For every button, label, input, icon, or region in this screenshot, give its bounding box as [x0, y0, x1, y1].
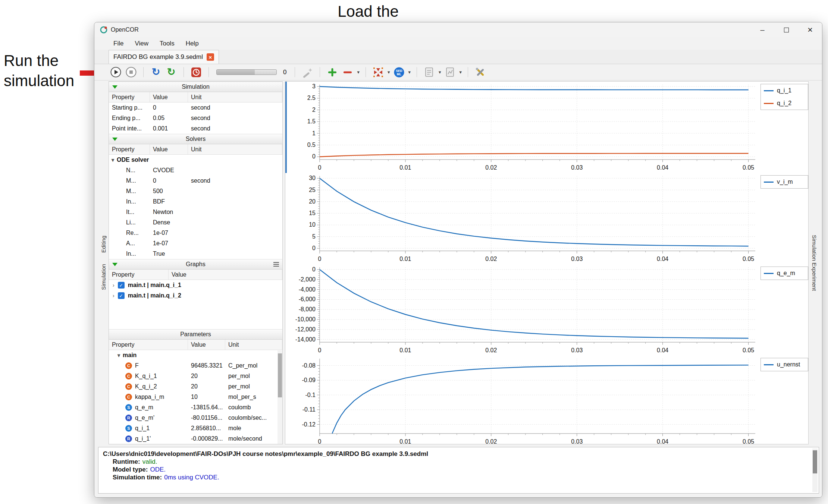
- parameter-row[interactable]: C kappa_i_m 10 mol_per_s: [109, 392, 282, 402]
- value-cell[interactable]: BDF: [150, 196, 188, 207]
- parameters-scrollbar[interactable]: [277, 350, 282, 444]
- solver-row[interactable]: N... CVODE: [109, 165, 282, 176]
- value-cell[interactable]: 0.05: [150, 113, 188, 123]
- menu-view[interactable]: View: [129, 38, 154, 49]
- value-cell[interactable]: 1e-07: [150, 228, 188, 238]
- graph-checkbox[interactable]: ✓: [118, 282, 125, 289]
- solver-row[interactable]: It... Newton: [109, 207, 282, 217]
- graph-panel-settings-caret-icon[interactable]: ▾: [439, 69, 441, 75]
- graph-checkbox[interactable]: ✓: [118, 292, 125, 299]
- unit-cell: second: [188, 113, 282, 123]
- legend-entry: u_nernst: [761, 358, 808, 371]
- graph-panel-settings-button[interactable]: [423, 66, 436, 79]
- delay-slider[interactable]: [216, 69, 277, 75]
- simulation-row[interactable]: Point inte... 0.001 second: [109, 123, 282, 134]
- output-scrollbar[interactable]: [812, 448, 818, 492]
- titlebar[interactable]: OpenCOR – ×: [94, 22, 822, 37]
- chart-plot-q_i[interactable]: 00.010.020.030.040.0500.511.522.53: [285, 82, 759, 173]
- close-button[interactable]: ×: [798, 22, 822, 37]
- solver-row[interactable]: Re... 1e-07: [109, 228, 282, 238]
- graphs-menu-icon[interactable]: [273, 262, 279, 267]
- svg-text:0: 0: [312, 153, 316, 160]
- simulation-row[interactable]: Ending p... 0.05 second: [109, 113, 282, 123]
- simulation-time-value: 0ms using CVODE.: [164, 474, 219, 481]
- add-graph-panel-button[interactable]: [326, 66, 339, 79]
- collapse-triangle-icon[interactable]: [112, 138, 117, 141]
- mode-tab-simulation[interactable]: Simulation: [100, 264, 107, 290]
- property-cell: In...: [109, 249, 150, 259]
- stop-simulation-button[interactable]: [125, 66, 137, 79]
- chevron-right-icon[interactable]: ›: [113, 293, 115, 299]
- value-cell[interactable]: Dense: [150, 217, 188, 228]
- chart-plot-u_nernst[interactable]: 00.010.020.030.040.05-0.08-0.09-0.1-0.11…: [285, 356, 759, 447]
- value-cell[interactable]: 0: [150, 103, 188, 113]
- sedml-export-caret-icon[interactable]: ▾: [408, 69, 411, 75]
- menu-help[interactable]: Help: [180, 38, 204, 49]
- value-cell[interactable]: 0: [150, 176, 188, 186]
- value-cell[interactable]: True: [150, 249, 188, 259]
- solver-row[interactable]: Li... Dense: [109, 217, 282, 228]
- main-component-group-row[interactable]: ▾ main: [109, 350, 282, 360]
- run-simulation-button[interactable]: [109, 66, 122, 79]
- reset-model-parameters-button[interactable]: ↻: [150, 66, 162, 79]
- solvers-section-header[interactable]: Solvers: [109, 134, 282, 144]
- sedml-export-button[interactable]: SED ML: [393, 66, 405, 79]
- load-cellml-model-button[interactable]: [372, 66, 385, 79]
- output-scrollbar-thumb[interactable]: [813, 450, 817, 473]
- svg-text:0.01: 0.01: [399, 347, 411, 353]
- collapse-triangle-icon[interactable]: [112, 263, 117, 266]
- development-mode-button[interactable]: [301, 66, 314, 79]
- tab-close-icon[interactable]: ×: [207, 53, 214, 61]
- file-tab[interactable]: FAIRDO BG example 3.9.sedml ×: [109, 50, 219, 64]
- menu-file[interactable]: File: [108, 38, 129, 49]
- reset-state-parameters-button[interactable]: ↻: [165, 66, 178, 79]
- parameter-row[interactable]: S q_e_m -13815.64... coulomb: [109, 402, 282, 413]
- simulation-section-header[interactable]: Simulation: [109, 82, 282, 92]
- load-cellml-model-caret-icon[interactable]: ▾: [388, 69, 390, 75]
- simulation-row[interactable]: Starting p... 0 second: [109, 103, 282, 113]
- value-cell[interactable]: 500: [150, 186, 188, 196]
- chevron-down-icon[interactable]: ▾: [117, 352, 120, 358]
- mode-tab-editing[interactable]: Editing: [100, 236, 107, 253]
- graph-row[interactable]: › ✓ main.t | main.q_i_1: [109, 280, 282, 290]
- view-tab-simulation-experiment[interactable]: Simulation Experiment: [811, 235, 818, 291]
- graph-row[interactable]: › ✓ main.t | main.q_i_2: [109, 290, 282, 301]
- solver-row[interactable]: In... True: [109, 249, 282, 259]
- remove-graph-panel-button[interactable]: [341, 66, 354, 79]
- solver-row[interactable]: M... 0 second: [109, 176, 282, 186]
- stop-icon: [125, 66, 137, 78]
- value-cell[interactable]: Newton: [150, 207, 188, 217]
- remove-graph-panel-caret-icon[interactable]: ▾: [357, 69, 360, 75]
- parameter-row[interactable]: C K_q_i_1 20 per_mol: [109, 371, 282, 381]
- menu-tools[interactable]: Tools: [154, 38, 180, 49]
- value-cell[interactable]: CVODE: [150, 165, 188, 176]
- chevron-down-icon[interactable]: ▾: [112, 157, 114, 163]
- collapse-triangle-icon[interactable]: [112, 85, 117, 89]
- graphs-section-header[interactable]: Graphs: [109, 259, 282, 270]
- export-graphs-caret-icon[interactable]: ▾: [460, 69, 462, 75]
- parameter-row[interactable]: R q_i_1' -0.000829... mole/second: [109, 434, 282, 444]
- parameter-row[interactable]: C F 96485.3321 C_per_mol: [109, 360, 282, 371]
- value-cell[interactable]: 0.001: [150, 123, 188, 134]
- parameter-row[interactable]: C K_q_i_2 20 per_mol: [109, 381, 282, 392]
- parameters-section-header[interactable]: Parameters: [109, 329, 282, 340]
- preferences-button[interactable]: [474, 66, 487, 79]
- chart-plot-v_i_m[interactable]: 00.010.020.030.040.05051015202530: [285, 173, 759, 264]
- chevron-right-icon[interactable]: ›: [113, 282, 115, 288]
- solver-row[interactable]: In... BDF: [109, 196, 282, 207]
- chart-plot-q_e_m[interactable]: 00.010.020.030.040.050-2,000-4,000-6,000…: [285, 264, 759, 356]
- value-cell[interactable]: 1e-07: [150, 238, 188, 249]
- solver-row[interactable]: A... 1e-07: [109, 238, 282, 249]
- parameter-row[interactable]: S q_i_1 2.856810... mole: [109, 423, 282, 434]
- maximize-button[interactable]: [774, 22, 798, 37]
- minimize-button[interactable]: –: [750, 22, 774, 37]
- parameters-scrollbar-thumb[interactable]: [278, 353, 282, 397]
- parameter-row[interactable]: R q_e_m' -80.01156... coulomb/sec...: [109, 413, 282, 423]
- export-graphs-button[interactable]: [444, 66, 457, 79]
- clear-simulation-results-button[interactable]: [190, 66, 203, 79]
- solver-row[interactable]: M... 500: [109, 186, 282, 196]
- toolbar-separator: [184, 67, 184, 77]
- output-console[interactable]: C:\Users\dnic019\development\FAIR-DOs\PJ…: [98, 447, 819, 494]
- series-swatch: [764, 364, 774, 365]
- ode-solver-group-row[interactable]: ▾ ODE solver: [109, 155, 282, 165]
